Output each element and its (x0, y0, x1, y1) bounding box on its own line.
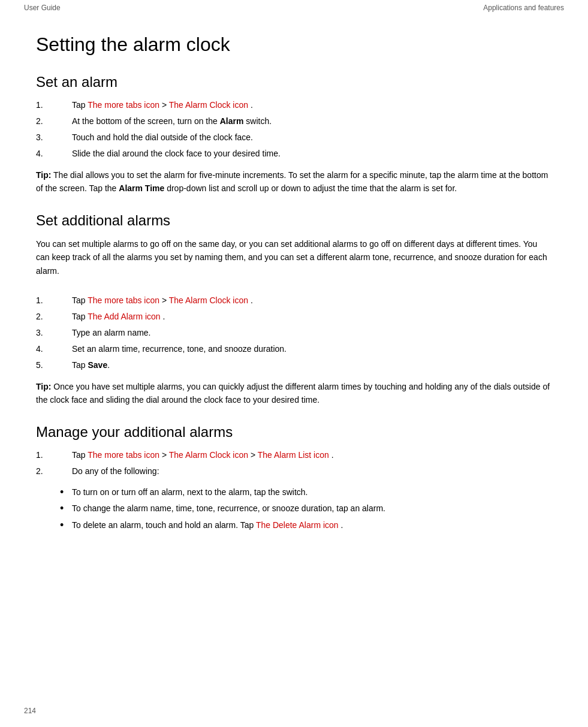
delete-alarm-icon-link: The Delete Alarm icon (256, 520, 339, 530)
section-title-additional-alarms: Set additional alarms (36, 212, 552, 229)
header-left: User Guide (24, 4, 61, 12)
add-step-num-3: 3. (36, 327, 72, 339)
step-1: 1. Tap The more tabs icon > The Alarm Cl… (36, 99, 552, 111)
add-step-5: 5. Tap Save. (36, 359, 552, 372)
header-right: Applications and features (483, 4, 564, 12)
step-num-1: 1. (36, 99, 72, 111)
add-step-num-1: 1. (36, 294, 72, 307)
page-header: User Guide Applications and features (0, 0, 588, 16)
step-text-1: Tap The more tabs icon > The Alarm Clock… (72, 99, 253, 111)
section-set-additional-alarms: Set additional alarms You can set multip… (36, 212, 552, 407)
alarm-clock-icon-link-1: The Alarm Clock icon (169, 100, 248, 110)
step-text-2: At the bottom of the screen, turn on the… (72, 115, 272, 128)
add-step-text-5: Tap Save. (72, 359, 110, 372)
manage-step-num-2: 2. (36, 465, 72, 478)
manage-step-1: 1. Tap The more tabs icon > The Alarm Cl… (36, 449, 552, 461)
step-4: 4. Slide the dial around the clock face … (36, 147, 552, 160)
alarm-clock-icon-link-2: The Alarm Clock icon (169, 295, 248, 305)
section-manage-alarms: Manage your additional alarms 1. Tap The… (36, 424, 552, 532)
add-step-num-2: 2. (36, 310, 72, 323)
tip-additional-alarms: Tip: Once you have set multiple alarms, … (36, 380, 552, 407)
add-step-text-2: Tap The Add Alarm icon . (72, 310, 165, 323)
additional-alarms-intro: You can set multiple alarms to go off on… (36, 237, 552, 277)
step-3: 3. Touch and hold the dial outside of th… (36, 131, 552, 144)
page-number: 214 (24, 707, 36, 715)
bullet-text-3: To delete an alarm, touch and hold an al… (72, 519, 343, 532)
bullet-item-1: • To turn on or turn off an alarm, next … (60, 486, 552, 499)
add-step-3: 3. Type an alarm name. (36, 327, 552, 339)
add-alarm-icon-link: The Add Alarm icon (88, 312, 160, 321)
section-title-manage-alarms: Manage your additional alarms (36, 424, 552, 441)
manage-alarm-steps: 1. Tap The more tabs icon > The Alarm Cl… (36, 449, 552, 478)
bullet-text-2: To change the alarm name, time, tone, re… (72, 502, 385, 515)
add-step-1: 1. Tap The more tabs icon > The Alarm Cl… (36, 294, 552, 307)
add-step-text-4: Set an alarm time, recurrence, tone, and… (72, 343, 287, 355)
manage-step-2: 2. Do any of the following: (36, 465, 552, 478)
add-step-2: 2. Tap The Add Alarm icon . (36, 310, 552, 323)
add-step-text-1: Tap The more tabs icon > The Alarm Clock… (72, 294, 253, 307)
set-alarm-steps: 1. Tap The more tabs icon > The Alarm Cl… (36, 99, 552, 160)
main-content: Setting the alarm clock Set an alarm 1. … (0, 16, 588, 585)
bullet-dot-2: • (60, 502, 72, 515)
tip-set-alarm: Tip: The dial allows you to set the alar… (36, 168, 552, 195)
additional-alarm-steps: 1. Tap The more tabs icon > The Alarm Cl… (36, 294, 552, 372)
add-step-4: 4. Set an alarm time, recurrence, tone, … (36, 343, 552, 355)
tip-label-2: Tip: (36, 382, 51, 391)
add-step-num-5: 5. (36, 359, 72, 372)
alarm-clock-icon-link-3: The Alarm Clock icon (169, 450, 248, 460)
page-title: Setting the alarm clock (36, 34, 552, 56)
manage-step-num-1: 1. (36, 449, 72, 461)
add-step-num-4: 4. (36, 343, 72, 355)
step-num-3: 3. (36, 131, 72, 144)
manage-step-text-1: Tap The more tabs icon > The Alarm Clock… (72, 449, 334, 461)
bullet-dot-3: • (60, 519, 72, 532)
page-footer: 214 (24, 707, 36, 715)
bullet-item-3: • To delete an alarm, touch and hold an … (60, 519, 552, 532)
step-2: 2. At the bottom of the screen, turn on … (36, 115, 552, 128)
step-text-4: Slide the dial around the clock face to … (72, 147, 281, 160)
step-num-2: 2. (36, 115, 72, 128)
bullet-text-1: To turn on or turn off an alarm, next to… (72, 486, 308, 499)
manage-step-text-2: Do any of the following: (72, 465, 159, 478)
step-num-4: 4. (36, 147, 72, 160)
section-set-an-alarm: Set an alarm 1. Tap The more tabs icon >… (36, 74, 552, 195)
more-tabs-icon-link-1: The more tabs icon (88, 100, 159, 110)
tip-label-1: Tip: (36, 170, 51, 180)
alarm-list-icon-link: The Alarm List icon (258, 450, 329, 460)
step-text-3: Touch and hold the dial outside of the c… (72, 131, 253, 144)
bullet-dot-1: • (60, 486, 72, 499)
manage-alarm-bullets: • To turn on or turn off an alarm, next … (60, 486, 552, 532)
more-tabs-icon-link-3: The more tabs icon (88, 450, 159, 460)
section-title-set-alarm: Set an alarm (36, 74, 552, 91)
more-tabs-icon-link-2: The more tabs icon (88, 295, 159, 305)
add-step-text-3: Type an alarm name. (72, 327, 151, 339)
bullet-item-2: • To change the alarm name, time, tone, … (60, 502, 552, 515)
